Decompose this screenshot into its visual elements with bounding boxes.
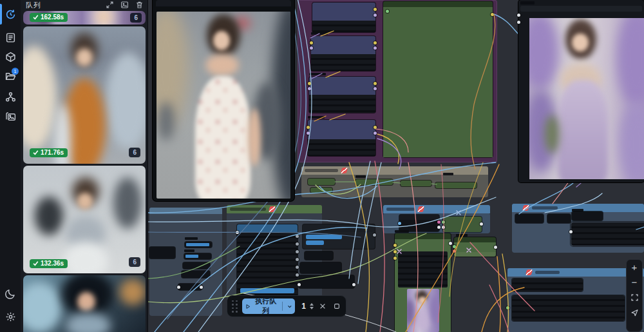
collapsed-node[interactable] (515, 214, 544, 223)
graph-node[interactable] (309, 77, 375, 113)
group-header[interactable] (507, 268, 644, 277)
queue-item-3[interactable]: 132.36s 6 (23, 166, 146, 273)
sidebar-item-gallery[interactable] (0, 106, 21, 126)
queue-item-4[interactable] (23, 275, 146, 332)
socket-dot[interactable] (310, 46, 313, 50)
socket-dot[interactable] (393, 257, 397, 260)
sidebar-item-settings[interactable] (0, 307, 21, 326)
graph-node[interactable] (312, 3, 375, 32)
socket-dot[interactable] (517, 21, 520, 24)
collapsed-node[interactable] (300, 262, 341, 273)
socket-dot[interactable] (373, 233, 376, 237)
collapsed-node[interactable] (547, 214, 571, 223)
collapsed-node[interactable] (401, 181, 431, 186)
socket-dot[interactable] (296, 258, 299, 261)
group-header-blue[interactable] (383, 205, 490, 213)
socket-dot[interactable] (398, 222, 401, 225)
preview-node-wisteria[interactable] (518, 0, 644, 182)
socket-dot[interactable] (374, 132, 377, 135)
sidebar-item-node-library[interactable] (0, 28, 21, 47)
socket-dot[interactable] (453, 245, 456, 248)
socket-dot[interactable] (296, 266, 299, 269)
batch-count[interactable]: 1 (299, 302, 306, 311)
collapsed-node[interactable] (184, 253, 211, 259)
collapsed-node[interactable] (308, 179, 335, 185)
chevron-down-icon[interactable] (287, 303, 293, 310)
collapsed-node[interactable] (512, 278, 583, 291)
socket-dot[interactable] (310, 41, 313, 44)
collapsed-node[interactable] (149, 247, 175, 259)
queue-item-1[interactable]: 162.58s 6 (23, 11, 146, 24)
node-canvas[interactable]: 执行队列 1 + − (148, 0, 644, 332)
graph-node-green-large[interactable] (383, 1, 493, 157)
collapsed-node[interactable] (299, 275, 354, 288)
collapsed-node[interactable] (435, 182, 477, 188)
expand-icon[interactable] (106, 1, 114, 9)
graph-node[interactable] (308, 120, 375, 156)
collapsed-node[interactable] (185, 242, 212, 248)
graph-node-green-small[interactable] (454, 237, 496, 257)
group-box-blue-right-1[interactable] (512, 204, 644, 253)
group-box-tan[interactable] (301, 166, 488, 197)
socket-dot[interactable] (374, 41, 377, 44)
clear-button[interactable] (317, 301, 328, 311)
socket-dot[interactable] (491, 13, 494, 16)
socket-dot[interactable] (393, 250, 397, 253)
socket-dot[interactable] (442, 220, 445, 224)
trash-icon[interactable] (135, 1, 144, 9)
socket-dot[interactable] (437, 226, 440, 229)
socket-dot[interactable] (298, 283, 301, 286)
socket-dot[interactable] (307, 132, 310, 135)
queue-item-2[interactable]: 171.76s 6 (23, 26, 146, 164)
socket-dot[interactable] (200, 286, 203, 289)
socket-dot[interactable] (308, 87, 311, 90)
collapsed-node[interactable] (183, 262, 210, 269)
socket-dot[interactable] (393, 244, 397, 247)
socket-dot[interactable] (506, 306, 509, 309)
sidebar-item-node-map[interactable] (0, 87, 21, 106)
sidebar-item-theme-toggle[interactable] (0, 284, 21, 303)
socket-dot[interactable] (517, 14, 520, 17)
drag-handle[interactable] (232, 300, 238, 313)
socket-dot[interactable] (449, 242, 452, 245)
sidebar-item-workflows[interactable]: 1 (0, 66, 21, 86)
run-queue-button[interactable]: 执行队列 (242, 298, 295, 314)
socket-dot[interactable] (352, 283, 355, 286)
preview-node-street[interactable] (153, 0, 294, 201)
node-header[interactable] (156, 0, 291, 6)
socket-dot[interactable] (437, 220, 440, 224)
image-icon[interactable] (120, 1, 129, 9)
collapsed-node[interactable] (572, 211, 603, 220)
zoom-in-button[interactable]: + (629, 262, 639, 273)
socket-dot[interactable] (442, 226, 445, 229)
zoom-out-button[interactable]: − (629, 277, 639, 288)
graph-node-black[interactable] (399, 215, 439, 231)
graph-node-sampler[interactable] (395, 233, 451, 332)
socket-dot[interactable] (296, 242, 299, 246)
node-header[interactable] (520, 6, 642, 12)
socket-dot[interactable] (374, 126, 377, 129)
graph-node-widgetbox[interactable] (571, 222, 644, 246)
sidebar-item-model-library[interactable] (0, 47, 21, 66)
collapsed-node[interactable] (305, 251, 333, 260)
select-mode-button[interactable] (629, 307, 639, 317)
socket-dot[interactable] (480, 222, 483, 226)
socket-dot[interactable] (177, 286, 180, 289)
group-header-green[interactable] (227, 205, 322, 213)
graph-node-green-small[interactable] (443, 217, 482, 232)
graph-node-combos[interactable] (303, 224, 375, 249)
batch-count-stepper[interactable] (310, 303, 314, 309)
stop-button[interactable] (332, 301, 342, 311)
collapsed-node[interactable] (310, 188, 332, 193)
socket-dot[interactable] (307, 126, 310, 129)
socket-dot[interactable] (308, 82, 311, 85)
socket-dot[interactable] (296, 273, 299, 277)
collapsed-node[interactable] (355, 179, 393, 185)
collapsed-node[interactable] (178, 284, 202, 290)
socket-dot[interactable] (374, 8, 377, 11)
group-box-blue-left[interactable] (149, 208, 222, 316)
collapsed-node[interactable] (182, 271, 210, 278)
socket-dot[interactable] (374, 14, 377, 17)
socket-dot[interactable] (296, 235, 299, 238)
socket-dot[interactable] (386, 10, 389, 13)
